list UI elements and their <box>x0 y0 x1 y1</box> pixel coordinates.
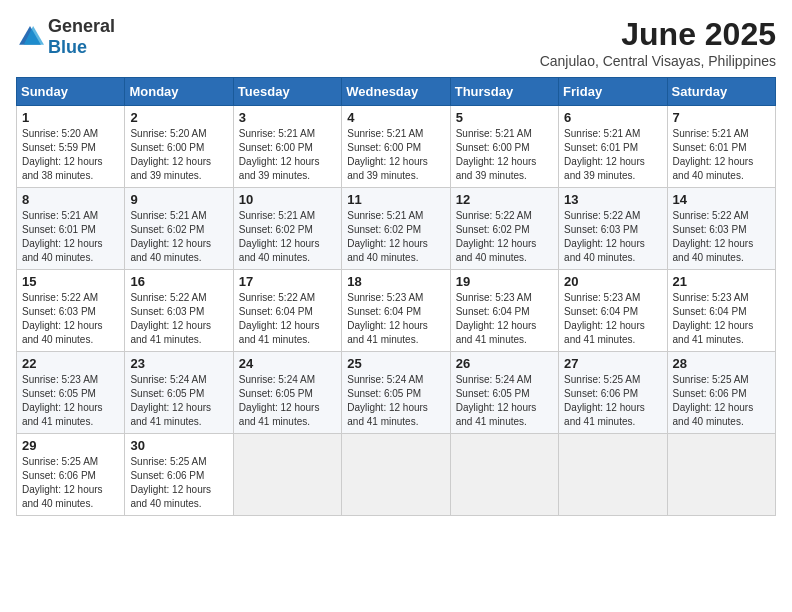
day-info: Sunrise: 5:21 AM Sunset: 6:00 PM Dayligh… <box>347 127 444 183</box>
col-saturday: Saturday <box>667 78 775 106</box>
table-row: 12 Sunrise: 5:22 AM Sunset: 6:02 PM Dayl… <box>450 188 558 270</box>
calendar-row: 15 Sunrise: 5:22 AM Sunset: 6:03 PM Dayl… <box>17 270 776 352</box>
subtitle: Canjulao, Central Visayas, Philippines <box>540 53 776 69</box>
day-number: 6 <box>564 110 661 125</box>
table-row: 17 Sunrise: 5:22 AM Sunset: 6:04 PM Dayl… <box>233 270 341 352</box>
day-info: Sunrise: 5:24 AM Sunset: 6:05 PM Dayligh… <box>239 373 336 429</box>
col-wednesday: Wednesday <box>342 78 450 106</box>
table-row: 18 Sunrise: 5:23 AM Sunset: 6:04 PM Dayl… <box>342 270 450 352</box>
calendar-row: 22 Sunrise: 5:23 AM Sunset: 6:05 PM Dayl… <box>17 352 776 434</box>
day-info: Sunrise: 5:21 AM Sunset: 6:00 PM Dayligh… <box>456 127 553 183</box>
table-row: 25 Sunrise: 5:24 AM Sunset: 6:05 PM Dayl… <box>342 352 450 434</box>
day-info: Sunrise: 5:25 AM Sunset: 6:06 PM Dayligh… <box>564 373 661 429</box>
table-row: 23 Sunrise: 5:24 AM Sunset: 6:05 PM Dayl… <box>125 352 233 434</box>
day-number: 20 <box>564 274 661 289</box>
day-number: 8 <box>22 192 119 207</box>
table-row: 15 Sunrise: 5:22 AM Sunset: 6:03 PM Dayl… <box>17 270 125 352</box>
table-row: 19 Sunrise: 5:23 AM Sunset: 6:04 PM Dayl… <box>450 270 558 352</box>
day-number: 18 <box>347 274 444 289</box>
header-row: Sunday Monday Tuesday Wednesday Thursday… <box>17 78 776 106</box>
day-number: 7 <box>673 110 770 125</box>
table-row: 26 Sunrise: 5:24 AM Sunset: 6:05 PM Dayl… <box>450 352 558 434</box>
calendar-table: Sunday Monday Tuesday Wednesday Thursday… <box>16 77 776 516</box>
day-number: 23 <box>130 356 227 371</box>
day-number: 27 <box>564 356 661 371</box>
table-row <box>233 434 341 516</box>
day-info: Sunrise: 5:23 AM Sunset: 6:04 PM Dayligh… <box>564 291 661 347</box>
table-row: 29 Sunrise: 5:25 AM Sunset: 6:06 PM Dayl… <box>17 434 125 516</box>
day-number: 25 <box>347 356 444 371</box>
day-number: 13 <box>564 192 661 207</box>
table-row: 16 Sunrise: 5:22 AM Sunset: 6:03 PM Dayl… <box>125 270 233 352</box>
table-row <box>559 434 667 516</box>
day-info: Sunrise: 5:21 AM Sunset: 6:01 PM Dayligh… <box>22 209 119 265</box>
col-friday: Friday <box>559 78 667 106</box>
day-info: Sunrise: 5:25 AM Sunset: 6:06 PM Dayligh… <box>22 455 119 511</box>
table-row: 9 Sunrise: 5:21 AM Sunset: 6:02 PM Dayli… <box>125 188 233 270</box>
day-number: 4 <box>347 110 444 125</box>
day-info: Sunrise: 5:23 AM Sunset: 6:04 PM Dayligh… <box>673 291 770 347</box>
day-number: 3 <box>239 110 336 125</box>
table-row <box>342 434 450 516</box>
col-sunday: Sunday <box>17 78 125 106</box>
table-row: 5 Sunrise: 5:21 AM Sunset: 6:00 PM Dayli… <box>450 106 558 188</box>
table-row: 3 Sunrise: 5:21 AM Sunset: 6:00 PM Dayli… <box>233 106 341 188</box>
day-info: Sunrise: 5:24 AM Sunset: 6:05 PM Dayligh… <box>456 373 553 429</box>
day-number: 12 <box>456 192 553 207</box>
logo-blue: Blue <box>48 37 87 57</box>
day-number: 19 <box>456 274 553 289</box>
header: General Blue June 2025 Canjulao, Central… <box>16 16 776 69</box>
day-info: Sunrise: 5:23 AM Sunset: 6:05 PM Dayligh… <box>22 373 119 429</box>
day-info: Sunrise: 5:21 AM Sunset: 6:02 PM Dayligh… <box>239 209 336 265</box>
day-number: 24 <box>239 356 336 371</box>
col-monday: Monday <box>125 78 233 106</box>
day-number: 28 <box>673 356 770 371</box>
table-row: 14 Sunrise: 5:22 AM Sunset: 6:03 PM Dayl… <box>667 188 775 270</box>
day-number: 15 <box>22 274 119 289</box>
table-row: 20 Sunrise: 5:23 AM Sunset: 6:04 PM Dayl… <box>559 270 667 352</box>
table-row <box>667 434 775 516</box>
table-row: 7 Sunrise: 5:21 AM Sunset: 6:01 PM Dayli… <box>667 106 775 188</box>
table-row: 27 Sunrise: 5:25 AM Sunset: 6:06 PM Dayl… <box>559 352 667 434</box>
day-number: 26 <box>456 356 553 371</box>
day-info: Sunrise: 5:22 AM Sunset: 6:03 PM Dayligh… <box>22 291 119 347</box>
day-number: 11 <box>347 192 444 207</box>
day-info: Sunrise: 5:21 AM Sunset: 6:00 PM Dayligh… <box>239 127 336 183</box>
day-info: Sunrise: 5:21 AM Sunset: 6:01 PM Dayligh… <box>673 127 770 183</box>
table-row <box>450 434 558 516</box>
day-info: Sunrise: 5:22 AM Sunset: 6:02 PM Dayligh… <box>456 209 553 265</box>
day-number: 1 <box>22 110 119 125</box>
table-row: 1 Sunrise: 5:20 AM Sunset: 5:59 PM Dayli… <box>17 106 125 188</box>
day-info: Sunrise: 5:21 AM Sunset: 6:02 PM Dayligh… <box>347 209 444 265</box>
day-number: 2 <box>130 110 227 125</box>
day-number: 22 <box>22 356 119 371</box>
day-info: Sunrise: 5:25 AM Sunset: 6:06 PM Dayligh… <box>673 373 770 429</box>
day-number: 21 <box>673 274 770 289</box>
day-info: Sunrise: 5:22 AM Sunset: 6:03 PM Dayligh… <box>673 209 770 265</box>
table-row: 30 Sunrise: 5:25 AM Sunset: 6:06 PM Dayl… <box>125 434 233 516</box>
title-area: June 2025 Canjulao, Central Visayas, Phi… <box>540 16 776 69</box>
day-number: 30 <box>130 438 227 453</box>
day-info: Sunrise: 5:25 AM Sunset: 6:06 PM Dayligh… <box>130 455 227 511</box>
calendar-row: 8 Sunrise: 5:21 AM Sunset: 6:01 PM Dayli… <box>17 188 776 270</box>
day-info: Sunrise: 5:23 AM Sunset: 6:04 PM Dayligh… <box>347 291 444 347</box>
day-info: Sunrise: 5:22 AM Sunset: 6:04 PM Dayligh… <box>239 291 336 347</box>
calendar-row: 29 Sunrise: 5:25 AM Sunset: 6:06 PM Dayl… <box>17 434 776 516</box>
col-thursday: Thursday <box>450 78 558 106</box>
day-info: Sunrise: 5:21 AM Sunset: 6:02 PM Dayligh… <box>130 209 227 265</box>
table-row: 4 Sunrise: 5:21 AM Sunset: 6:00 PM Dayli… <box>342 106 450 188</box>
table-row: 2 Sunrise: 5:20 AM Sunset: 6:00 PM Dayli… <box>125 106 233 188</box>
table-row: 24 Sunrise: 5:24 AM Sunset: 6:05 PM Dayl… <box>233 352 341 434</box>
col-tuesday: Tuesday <box>233 78 341 106</box>
logo-general: General <box>48 16 115 36</box>
month-title: June 2025 <box>540 16 776 53</box>
day-number: 10 <box>239 192 336 207</box>
table-row: 21 Sunrise: 5:23 AM Sunset: 6:04 PM Dayl… <box>667 270 775 352</box>
day-info: Sunrise: 5:20 AM Sunset: 5:59 PM Dayligh… <box>22 127 119 183</box>
day-number: 5 <box>456 110 553 125</box>
table-row: 13 Sunrise: 5:22 AM Sunset: 6:03 PM Dayl… <box>559 188 667 270</box>
day-number: 17 <box>239 274 336 289</box>
table-row: 10 Sunrise: 5:21 AM Sunset: 6:02 PM Dayl… <box>233 188 341 270</box>
table-row: 11 Sunrise: 5:21 AM Sunset: 6:02 PM Dayl… <box>342 188 450 270</box>
calendar-row: 1 Sunrise: 5:20 AM Sunset: 5:59 PM Dayli… <box>17 106 776 188</box>
